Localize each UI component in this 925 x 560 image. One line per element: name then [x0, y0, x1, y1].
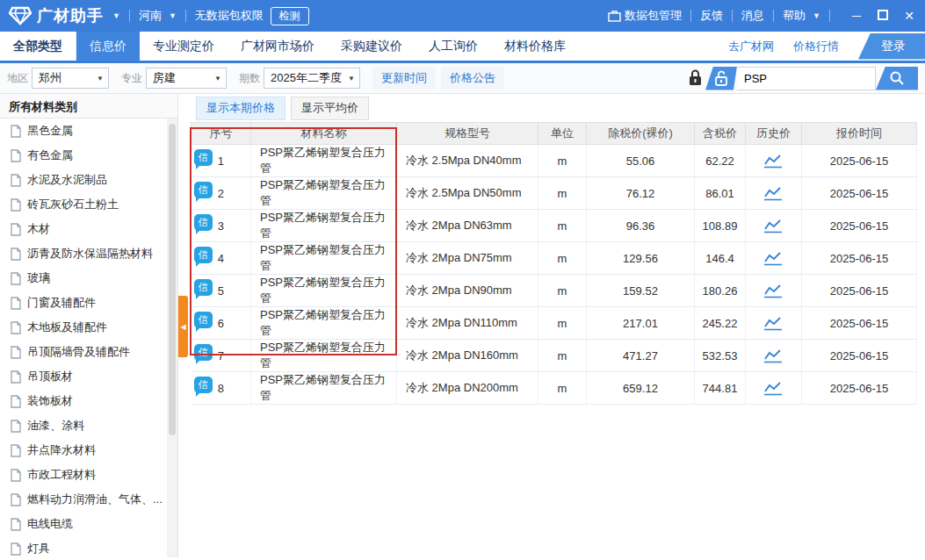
minimize-button[interactable]: ─ [849, 9, 864, 23]
info-badge[interactable]: 信 [194, 214, 213, 231]
nav-tab-info-price[interactable]: 信息价 [76, 32, 140, 61]
info-badge[interactable]: 信 [194, 182, 213, 198]
search-input[interactable] [737, 67, 876, 90]
nav-tab-all-types[interactable]: 全部类型 [0, 32, 76, 61]
scrollbar-thumb[interactable] [169, 124, 176, 435]
sidebar-category-item[interactable]: 井点降水材料 [0, 438, 177, 463]
material-name-cell[interactable]: PSP聚乙烯钢塑复合压力管 [251, 177, 397, 210]
col-material-name: 材料名称 [251, 123, 397, 145]
sidebar-category-item[interactable]: 装饰板材 [0, 389, 177, 413]
history-price-chart-icon[interactable] [763, 284, 784, 298]
sidebar-category-item[interactable]: 砖瓦灰砂石土粉土 [0, 192, 177, 217]
history-price-chart-icon[interactable] [763, 154, 784, 169]
sidebar-scrollbar[interactable] [167, 118, 177, 557]
history-price-chart-icon[interactable] [763, 348, 784, 363]
sidebar-collapse-handle[interactable]: ◀ [178, 296, 188, 357]
history-price-chart-icon[interactable] [763, 316, 784, 331]
sidebar-category-item[interactable]: 玻璃 [0, 266, 177, 291]
table-row[interactable]: 信 1 PSP聚乙烯钢塑复合压力管 冷水 2.5Mpa DN40mm m 55.… [192, 145, 917, 177]
feedback-button[interactable]: 反馈 [700, 8, 723, 24]
login-button[interactable]: 登录 [858, 33, 925, 60]
divider [185, 10, 186, 22]
info-badge[interactable]: 信 [194, 377, 213, 393]
region-select[interactable]: 郑州 ▼ [32, 68, 109, 89]
unit-cell: m [538, 340, 587, 372]
unit-cell: m [538, 242, 587, 275]
sidebar-category-item[interactable]: 燃料动力润滑油、气体、... [0, 487, 177, 512]
lock-closed-icon[interactable] [688, 69, 703, 87]
info-badge[interactable]: 信 [194, 247, 213, 263]
nav-tab-market-price[interactable]: 广材网市场价 [228, 32, 328, 61]
price-excl-tax-cell: 217.01 [587, 307, 695, 340]
material-name-cell[interactable]: PSP聚乙烯钢塑复合压力管 [251, 210, 397, 242]
region-label: 河南 [139, 8, 162, 24]
table-row[interactable]: 信 6 PSP聚乙烯钢塑复合压力管 冷水 2Mpa DN110mm m 217.… [192, 307, 917, 340]
check-permission-button[interactable]: 检测 [271, 7, 309, 25]
sidebar-category-item[interactable]: 木地板及辅配件 [0, 315, 177, 340]
history-price-chart-icon[interactable] [763, 219, 784, 233]
table-row[interactable]: 信 2 PSP聚乙烯钢塑复合压力管 冷水 2.5Mpa DN50mm m 76.… [192, 177, 917, 210]
nav-tab-pro-price[interactable]: 专业测定价 [140, 32, 228, 61]
history-price-chart-icon[interactable] [763, 186, 784, 201]
material-name-cell[interactable]: PSP聚乙烯钢塑复合压力管 [251, 242, 397, 275]
sidebar-category-item[interactable]: 木材 [0, 217, 177, 241]
info-badge[interactable]: 信 [194, 312, 213, 328]
divider [773, 10, 774, 22]
info-badge[interactable]: 信 [194, 344, 213, 361]
sidebar-category-item[interactable]: 有色金属 [0, 143, 177, 168]
sidebar-category-item[interactable]: 电线电缆 [0, 512, 177, 536]
material-name-cell[interactable]: PSP聚乙烯钢塑复合压力管 [251, 145, 397, 177]
goto-site-link[interactable]: 去广材网 [728, 39, 774, 54]
price-view-tabs: 显示本期价格 显示平均价 [196, 97, 925, 120]
table-row[interactable]: 信 5 PSP聚乙烯钢塑复合压力管 冷水 2Mpa DN90mm m 159.5… [192, 275, 917, 307]
nav-tab-price-library[interactable]: 材料价格库 [491, 32, 579, 61]
table-row[interactable]: 信 7 PSP聚乙烯钢塑复合压力管 冷水 2Mpa DN160mm m 471.… [192, 340, 917, 372]
maximize-button[interactable] [876, 9, 890, 23]
close-button[interactable]: ✕ [902, 9, 916, 23]
filter-bar: 地区 郑州 ▼ 专业 房建 ▼ 期数 2025年二季度 ▼ 更新时间 价格公告 [0, 63, 925, 94]
sidebar-category-item[interactable]: 水泥及水泥制品 [0, 168, 177, 192]
sidebar-category-item[interactable]: 沥青及防水保温隔热材料 [0, 241, 177, 266]
info-badge[interactable]: 信 [194, 149, 213, 166]
period-select[interactable]: 2025年二季度 ▼ [264, 68, 360, 89]
material-name-cell[interactable]: PSP聚乙烯钢塑复合压力管 [251, 372, 397, 405]
material-name-cell[interactable]: PSP聚乙烯钢塑复合压力管 [251, 340, 397, 372]
messages-button[interactable]: 消息 [741, 8, 764, 24]
material-name-cell[interactable]: PSP聚乙烯钢塑复合压力管 [251, 275, 397, 307]
price-incl-tax-cell: 744.81 [695, 372, 746, 405]
unit-cell: m [538, 372, 587, 405]
datapack-manage-button[interactable]: 数据包管理 [608, 8, 682, 24]
category-label: 吊顶板材 [27, 369, 73, 384]
price-excl-tax-cell: 659.12 [587, 372, 695, 405]
info-badge[interactable]: 信 [194, 279, 213, 296]
price-notice-button[interactable]: 价格公告 [441, 67, 504, 90]
lock-open-icon[interactable] [705, 67, 737, 90]
sidebar-category-item[interactable]: 门窗及辅配件 [0, 291, 177, 315]
table-row[interactable]: 信 4 PSP聚乙烯钢塑复合压力管 冷水 2Mpa DN75mm m 129.5… [192, 242, 917, 275]
search-button[interactable] [876, 67, 918, 90]
major-select[interactable]: 房建 ▼ [146, 68, 227, 89]
table-row[interactable]: 信 3 PSP聚乙烯钢塑复合压力管 冷水 2Mpa DN63mm m 96.36… [192, 210, 917, 242]
app-logo[interactable]: 广材助手 ▼ [9, 5, 120, 26]
history-price-chart-icon[interactable] [763, 251, 784, 266]
nav-tab-labor-price[interactable]: 人工询价 [416, 32, 491, 61]
history-price-chart-icon[interactable] [763, 381, 784, 396]
tab-current-period-price[interactable]: 显示本期价格 [196, 97, 285, 120]
help-menu[interactable]: 帮助 ▼ [783, 8, 820, 24]
sidebar-category-item[interactable]: 吊顶板材 [0, 364, 177, 389]
sidebar-category-item[interactable]: 油漆、涂料 [0, 413, 177, 438]
tab-average-price[interactable]: 显示平均价 [291, 97, 369, 120]
sidebar-category-item[interactable]: 黑色金属 [0, 118, 177, 143]
material-name-cell[interactable]: PSP聚乙烯钢塑复合压力管 [251, 307, 397, 340]
document-icon [11, 420, 21, 433]
price-incl-tax-cell: 146.4 [695, 242, 746, 275]
sidebar-category-item[interactable]: 吊顶隔墙骨及辅配件 [0, 340, 177, 364]
nav-tab-purchase-price[interactable]: 采购建议价 [328, 32, 416, 61]
table-row[interactable]: 信 8 PSP聚乙烯钢塑复合压力管 冷水 2Mpa DN200mm m 659.… [192, 372, 917, 405]
sidebar-category-item[interactable]: 市政工程材料 [0, 463, 177, 487]
region-selector[interactable]: 河南 ▼ [139, 8, 177, 24]
update-time-button[interactable]: 更新时间 [372, 67, 436, 90]
price-quote-link[interactable]: 价格行情 [793, 39, 839, 54]
category-label: 黑色金属 [27, 123, 73, 139]
sidebar-category-item[interactable]: 灯具 [0, 536, 177, 560]
